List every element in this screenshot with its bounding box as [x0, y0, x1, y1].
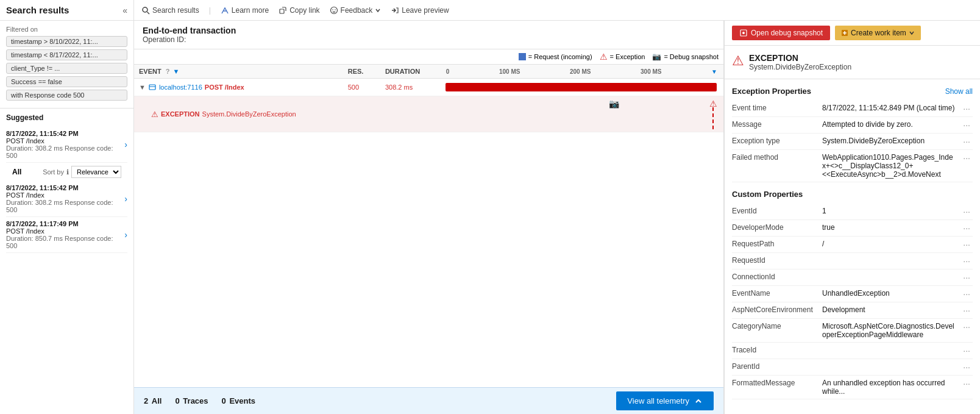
col-duration: DURATION: [380, 65, 440, 79]
custom-menu-7[interactable]: ···: [960, 322, 973, 332]
gantt-cell-request: [440, 79, 723, 96]
timeline-row-request[interactable]: ▼ localhost:7116 POST /Index 500: [134, 79, 723, 96]
smiley-icon: [330, 6, 338, 15]
suggested-method: POST /Index: [6, 137, 124, 145]
sort-label: Sort by: [43, 168, 64, 176]
timeline-row-exception[interactable]: ⚠ EXCEPTION System.DivideByZeroException: [134, 96, 723, 132]
property-row-0: Event time 8/17/2022, 11:15:42.849 PM (L…: [732, 101, 973, 117]
filter-icon[interactable]: ▼: [173, 68, 180, 75]
exception-label: EXCEPTION: [161, 110, 200, 118]
custom-menu-0[interactable]: ···: [960, 207, 973, 216]
nav-learn-more[interactable]: Learn more: [221, 6, 269, 15]
custom-row-1: DeveloperMode true ···: [732, 220, 973, 237]
col-res: RES.: [343, 65, 380, 79]
filter-chip-3[interactable]: Success == false: [6, 76, 127, 87]
exception-type-title: EXCEPTION: [749, 53, 973, 63]
view-telemetry-button[interactable]: View all telemetry: [616, 391, 714, 410]
custom-menu-4[interactable]: ···: [960, 273, 973, 282]
result-item-0[interactable]: 8/17/2022, 11:15:42 PM POST /Index Durat…: [6, 181, 127, 217]
properties-title: Exception Properties Show all: [732, 87, 973, 96]
custom-menu-1[interactable]: ···: [960, 223, 973, 233]
legend-request-label: = Request (incoming): [528, 53, 592, 60]
duration-cell-exception: [380, 96, 440, 132]
sort-help-icon: ℹ: [66, 168, 69, 176]
mountain-icon: [221, 6, 229, 15]
event-cell-exception: ⚠ EXCEPTION System.DivideByZeroException: [134, 96, 343, 132]
property-row-1: Message Attempted to divide by zero. ···: [732, 117, 973, 134]
legend-exception: ⚠ = Exception: [600, 52, 645, 62]
result-item-1[interactable]: 8/17/2022, 11:17:49 PM POST /Index Durat…: [6, 217, 127, 253]
custom-menu-6[interactable]: ···: [960, 305, 973, 315]
prop-menu-1[interactable]: ···: [960, 120, 973, 130]
custom-menu-8[interactable]: ···: [960, 346, 973, 355]
property-row-2: Exception type System.DivideByZeroExcept…: [732, 134, 973, 150]
prop-val-2: System.DivideByZeroException: [822, 137, 956, 145]
all-label: All: [12, 168, 21, 176]
filter-chip-4[interactable]: with Response code 500: [6, 90, 127, 101]
warning-icon: ⚠: [600, 52, 608, 62]
result-method-1: POST /Index: [6, 227, 124, 235]
operation-id: Operation ID:: [143, 35, 715, 44]
search-icon: [141, 6, 150, 15]
filter-chip-0[interactable]: timestamp > 8/10/2022, 11:...: [6, 36, 127, 47]
expand-icon[interactable]: ▼: [139, 84, 146, 91]
custom-key-4: ConnectionId: [732, 273, 817, 281]
timeline-header-row: EVENT ? ▼ RES. DURATION 0: [134, 65, 723, 79]
timeline-table: EVENT ? ▼ RES. DURATION 0: [134, 65, 723, 132]
custom-menu-2[interactable]: ···: [960, 240, 973, 249]
right-panel: Open debug snapshot Create work item ⚠ E…: [724, 21, 980, 414]
nav-copy-link[interactable]: Copy link: [279, 6, 319, 15]
custom-menu-9[interactable]: ···: [960, 362, 973, 372]
all-count: 2 All: [144, 396, 163, 405]
svg-point-4: [330, 7, 337, 13]
custom-val-5: UnhandledException: [822, 289, 956, 298]
nav-leave-preview[interactable]: Leave preview: [391, 6, 449, 15]
result-arrow-1: ›: [124, 230, 127, 240]
custom-row-10: FormattedMessage An unhandled exception …: [732, 376, 973, 399]
nav-feedback[interactable]: Feedback: [330, 6, 382, 15]
collapse-button[interactable]: «: [122, 5, 127, 15]
sort-select[interactable]: Relevance: [71, 166, 121, 178]
prop-key-0: Event time: [732, 104, 817, 112]
custom-key-10: FormattedMessage: [732, 379, 817, 387]
result-details-1: Duration: 850.7 ms Response code: 500: [6, 235, 124, 249]
custom-key-2: RequestPath: [732, 240, 817, 248]
prop-val-3: WebApplication1010.Pages.Pages_Index+<>c…: [822, 153, 956, 179]
filter-chip-2[interactable]: client_Type != ...: [6, 63, 127, 74]
custom-row-5: EventName UnhandledException ···: [732, 286, 973, 302]
prop-menu-0[interactable]: ···: [960, 104, 973, 113]
custom-menu-10[interactable]: ···: [960, 379, 973, 388]
result-arrow-0: ›: [124, 194, 127, 204]
debug-snapshot-button[interactable]: Open debug snapshot: [732, 26, 830, 40]
prop-key-1: Message: [732, 120, 817, 129]
show-all-link[interactable]: Show all: [945, 87, 973, 96]
custom-menu-5[interactable]: ···: [960, 289, 973, 299]
prop-key-3: Failed method: [732, 153, 817, 162]
prop-menu-2[interactable]: ···: [960, 137, 973, 146]
telemetry-bar: 2 All 0 Traces 0 Events View all telem: [134, 387, 723, 414]
legend-row: = Request (incoming) ⚠ = Exception 📷 = D…: [134, 49, 723, 65]
property-row-3: Failed method WebApplication1010.Pages.P…: [732, 150, 973, 182]
custom-val-6: Development: [822, 305, 956, 314]
col-event: EVENT ? ▼: [134, 65, 343, 79]
nav-search-results[interactable]: Search results: [141, 6, 199, 15]
result-method-0: POST /Index: [6, 191, 124, 199]
custom-val-2: /: [822, 240, 956, 248]
custom-row-9: ParentId ···: [732, 359, 973, 376]
exception-warning-icon: ⚠: [151, 110, 158, 119]
leave-preview-icon: [391, 6, 399, 15]
chevron-up-icon: [694, 397, 703, 405]
legend-exception-label: = Exception: [610, 53, 645, 60]
scale-100: 100 MS: [499, 68, 520, 75]
suggested-item[interactable]: 8/17/2022, 11:15:42 PM POST /Index Durat…: [6, 127, 127, 163]
create-work-button[interactable]: Create work item: [835, 26, 921, 40]
custom-menu-3[interactable]: ···: [960, 256, 973, 266]
custom-key-8: TraceId: [732, 346, 817, 354]
copy-link-icon: [279, 6, 287, 15]
prop-menu-3[interactable]: ···: [960, 153, 973, 163]
legend-request: = Request (incoming): [519, 53, 592, 60]
filter-chip-1[interactable]: timestamp < 8/17/2022, 11:...: [6, 49, 127, 60]
result-date-0: 8/17/2022, 11:15:42 PM: [6, 184, 124, 191]
help-icon: ?: [166, 68, 170, 75]
filter-down-icon[interactable]: ▼: [711, 68, 717, 75]
